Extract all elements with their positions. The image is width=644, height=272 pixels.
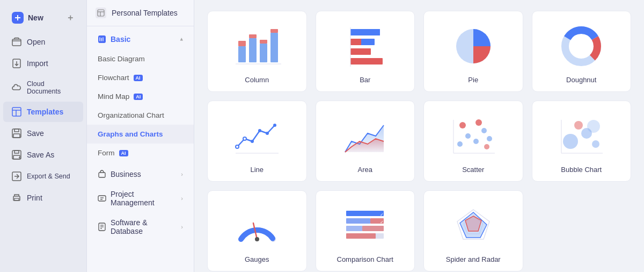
bubble-label: Bubble Chart [561,166,602,174]
software-db-icon [98,223,106,231]
org-chart-item[interactable]: Organizational Chart [87,106,194,125]
open-icon [12,37,21,47]
bar-chart-card[interactable]: Bar [316,11,415,92]
svg-rect-21 [98,196,106,201]
svg-rect-29 [238,41,246,46]
chevron-down-icon: ▾ [180,36,183,43]
open-label: Open [27,38,45,46]
doughnut-chart-card[interactable]: Doughnut [532,11,632,92]
business-category[interactable]: Business › [89,164,192,184]
svg-point-53 [273,124,276,127]
mind-map-label: Mind Map [98,92,129,101]
svg-rect-41 [350,48,371,55]
gauges-chart-card[interactable]: Gauges [207,190,307,271]
gauges-chart-preview [230,202,284,250]
spider-label: Spider and Radar [446,255,501,263]
business-label: Business [111,170,141,178]
cloud-icon [12,83,21,92]
svg-point-69 [587,120,600,133]
basic-diagram-item[interactable]: Basic Diagram [87,49,194,68]
svg-rect-8 [14,129,19,132]
svg-point-62 [484,144,489,149]
svg-rect-42 [350,58,383,65]
spider-chart-preview [447,202,500,250]
save-as-label: Save As [27,151,54,159]
comparison-chart-card[interactable]: ✓ ✓ Comparison Chart [316,190,415,271]
form-label: Form [98,149,115,157]
sidebar-item-cloud[interactable]: Cloud Documents [3,75,83,101]
svg-rect-79 [362,226,384,231]
area-label: Area [358,166,372,174]
svg-rect-40 [350,39,361,45]
ai-badge-mindmap: AI [134,94,143,100]
svg-rect-78 [346,226,362,231]
doughnut-label: Doughnut [566,76,596,84]
org-chart-label: Organizational Chart [98,111,164,119]
svg-point-59 [487,136,492,141]
svg-rect-9 [13,134,20,138]
svg-point-57 [473,139,479,144]
bubble-chart-card[interactable]: Bubble Chart [532,101,632,182]
area-chart-preview [338,112,392,160]
svg-text:✓: ✓ [380,212,384,217]
svg-rect-31 [249,34,257,38]
svg-point-61 [475,119,482,126]
form-item[interactable]: Form AI [87,144,194,162]
line-chart-card[interactable]: Line [207,101,307,182]
area-chart-card[interactable]: Area [316,101,415,182]
save-as-icon [12,150,21,160]
svg-rect-33 [260,40,267,44]
svg-rect-38 [350,29,380,35]
svg-point-52 [266,132,269,135]
cloud-label: Cloud Documents [27,80,75,95]
gauges-label: Gauges [245,255,269,263]
pie-label: Pie [468,76,478,84]
svg-rect-35 [270,29,278,33]
save-icon [12,128,21,138]
basic-diagram-label: Basic Diagram [98,55,145,63]
print-label: Print [27,194,42,202]
personal-templates-section[interactable]: Personal Templates [87,0,194,26]
svg-rect-2 [12,39,21,46]
sidebar-item-templates[interactable]: Templates [3,102,83,122]
new-icon [12,12,24,24]
mid-panel: Personal Templates Basic ▾ Basic Diagram… [87,0,194,272]
doughnut-chart-preview [554,22,608,70]
basic-category[interactable]: Basic ▾ [89,30,192,49]
main-content: Column Bar [194,0,644,272]
svg-rect-73 [346,211,384,216]
svg-rect-75 [346,218,370,224]
sidebar-item-save-as[interactable]: Save As [3,145,83,165]
sidebar-item-import[interactable]: Import [3,53,83,74]
svg-rect-30 [249,38,257,62]
svg-point-67 [592,140,599,148]
add-icon: ＋ [66,12,75,24]
business-icon [98,170,106,178]
graphs-charts-item[interactable]: Graphs and Charts [87,125,194,144]
sidebar-item-save[interactable]: Save [3,123,83,144]
flowchart-item[interactable]: Flowchart AI [87,68,194,87]
column-chart-card[interactable]: Column [207,11,307,92]
svg-rect-20 [99,173,105,177]
sidebar-item-export[interactable]: Export & Send [3,166,83,187]
spider-chart-card[interactable]: Spider and Radar [423,190,523,271]
templates-label: Templates [27,108,63,116]
software-db-label: Software & Database [111,218,177,235]
export-label: Export & Send [27,173,70,180]
software-db-category[interactable]: Software & Database › [89,213,192,241]
column-chart-preview [230,22,284,70]
svg-rect-11 [14,151,19,153]
sidebar-item-print[interactable]: Print [3,188,83,208]
scatter-chart-card[interactable]: Scatter [423,101,523,182]
project-mgmt-icon [98,194,106,203]
sidebar-item-open[interactable]: Open [3,32,83,52]
svg-point-58 [481,128,487,133]
svg-rect-81 [346,233,376,239]
chevron-right-icon: › [181,171,183,177]
line-chart-preview [230,112,284,160]
new-button[interactable]: New ＋ [3,6,83,29]
project-mgmt-category[interactable]: Project Management › [89,184,192,212]
column-label: Column [245,76,269,84]
mind-map-item[interactable]: Mind Map AI [87,87,194,106]
pie-chart-card[interactable]: Pie [423,11,523,92]
